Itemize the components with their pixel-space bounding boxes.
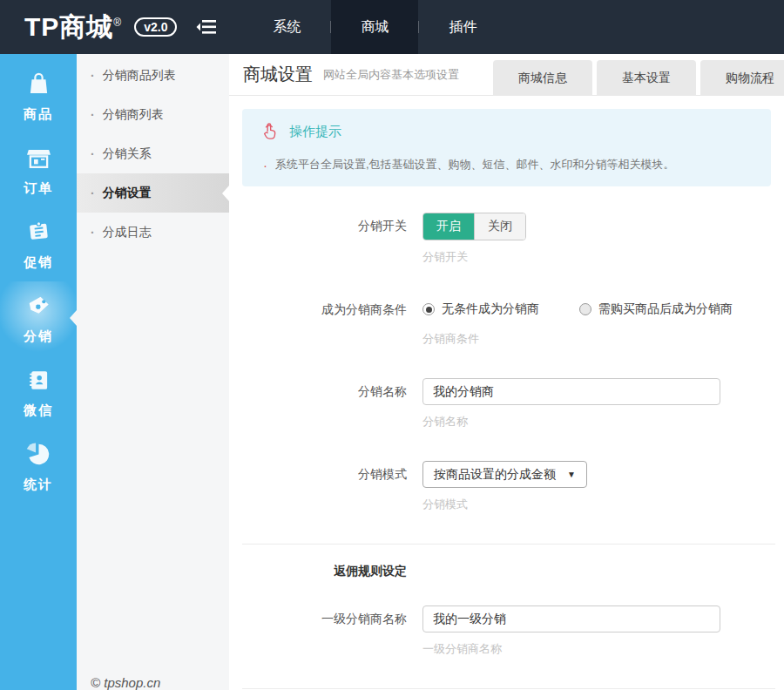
submenu-item-distributor-list[interactable]: · 分销商列表 <box>77 95 229 134</box>
submenu-item-distribution-goods-list[interactable]: · 分销商品列表 <box>77 56 229 95</box>
sidebar-item-promotion[interactable]: 促销 <box>0 207 77 281</box>
submenu-item-commission-log[interactable]: · 分成日志 <box>77 213 229 252</box>
nav-item-plugins[interactable]: 插件 <box>419 0 506 54</box>
operation-tips-box: 操作提示 · 系统平台全局设置,包括基础设置、购物、短信、邮件、水印和分销等相关… <box>242 109 771 186</box>
bullet: · <box>91 147 95 161</box>
tab-basic-settings[interactable]: 基本设置 <box>597 60 696 96</box>
sidebar-item-distribution[interactable]: 分销 <box>0 281 77 355</box>
bullet: · <box>91 108 95 122</box>
wechat-book-icon <box>24 366 53 402</box>
page-title: 商城设置 <box>243 63 313 86</box>
form-row-distribution-mode: 分销模式 按商品设置的分成金额 ▼ 分销模式 <box>229 461 784 512</box>
radio-option-after-purchase[interactable]: 需购买商品后成为分销商 <box>579 301 733 317</box>
sidebar-item-orders[interactable]: 订单 <box>0 133 77 207</box>
submenu-sidebar: · 分销商品列表 · 分销商列表 · 分销关系 · 分销设置 · 分成日志 © … <box>77 54 229 690</box>
form-row-distributor-condition: 成为分销商条件 无条件成为分销商 需购买商品后成为分销商 分销商条件 <box>229 296 784 347</box>
tab-shopping-flow[interactable]: 购物流程 <box>700 60 784 96</box>
promotion-board-icon <box>24 218 53 254</box>
distributor-condition-radio-group: 无条件成为分销商 需购买商品后成为分销商 <box>422 296 733 322</box>
field-helper: 一级分销商名称 <box>422 641 720 657</box>
content-header: 商城设置 网站全局内容基本选项设置 商城信息 基本设置 购物流程 <box>229 54 784 96</box>
page-subtitle: 网站全局内容基本选项设置 <box>323 67 459 83</box>
registered-mark: ® <box>113 17 122 29</box>
distribution-settings-form: 分销开关 开启 关闭 分销开关 成为分销商条件 无条件成为分销商 <box>229 186 784 690</box>
orders-store-icon <box>24 144 53 180</box>
main-sidebar: 商品 订单 促销 分销 微信 <box>0 54 77 690</box>
field-helper: 分销商条件 <box>422 331 733 347</box>
version-badge: v2.0 <box>134 17 177 37</box>
form-row-level1-distributor-name: 一级分销商名称 一级分销商名称 <box>229 605 784 657</box>
toggle-off-option[interactable]: 关闭 <box>474 213 525 240</box>
topbar: TP商城® v2.0 系统 商城 插件 <box>0 0 784 54</box>
bullet: · <box>91 69 95 83</box>
bullet: · <box>91 186 95 200</box>
distribution-switch-toggle[interactable]: 开启 关闭 <box>422 213 526 240</box>
content-area: 商城设置 网站全局内容基本选项设置 商城信息 基本设置 购物流程 操作提示 <box>229 54 784 690</box>
bullet: · <box>91 226 95 240</box>
field-helper: 分销名称 <box>422 414 720 430</box>
submenu-item-distribution-settings[interactable]: · 分销设置 <box>77 173 229 213</box>
distribution-name-input[interactable] <box>422 378 720 405</box>
nav-item-mall[interactable]: 商城 <box>331 0 418 54</box>
radio-unselected-icon[interactable] <box>579 303 591 315</box>
tips-text: 系统平台全局设置,包括基础设置、购物、短信、邮件、水印和分销等相关模块。 <box>275 157 675 172</box>
select-value: 按商品设置的分成金额 <box>434 467 556 483</box>
field-helper: 分销模式 <box>422 497 587 512</box>
distribution-mode-select[interactable]: 按商品设置的分成金额 ▼ <box>422 461 587 488</box>
goods-bag-icon <box>24 70 53 106</box>
hand-pointer-icon <box>260 121 279 143</box>
sidebar-item-wechat[interactable]: 微信 <box>0 355 77 430</box>
tab-mall-info[interactable]: 商城信息 <box>493 60 592 96</box>
radio-selected-icon[interactable] <box>422 303 435 315</box>
settings-tabs: 商城信息 基本设置 购物流程 <box>493 60 784 96</box>
field-label: 成为分销商条件 <box>229 296 422 347</box>
submenu-item-distribution-relations[interactable]: · 分销关系 <box>77 134 229 173</box>
tips-bullet: · <box>263 159 267 172</box>
form-row-distribution-switch: 分销开关 开启 关闭 分销开关 <box>229 213 784 265</box>
app-logo: TP商城® <box>24 10 122 45</box>
field-label: 分销名称 <box>229 378 422 430</box>
radio-option-unconditional[interactable]: 无条件成为分销商 <box>422 301 539 317</box>
form-row-distribution-name: 分销名称 分销名称 <box>229 378 784 430</box>
tips-title: 操作提示 <box>289 124 341 140</box>
section-divider <box>242 544 775 545</box>
sidebar-item-stats[interactable]: 统计 <box>0 430 77 504</box>
level1-distributor-name-input[interactable] <box>422 605 720 632</box>
field-label: 分销开关 <box>229 213 422 265</box>
toggle-on-option[interactable]: 开启 <box>423 213 474 240</box>
chevron-down-icon: ▼ <box>567 470 576 479</box>
field-label: 一级分销商名称 <box>229 605 422 657</box>
rebate-rules-section-title: 返佣规则设定 <box>229 564 422 579</box>
copyright-footer: © tpshop.cn <box>91 675 160 690</box>
menu-collapse-icon[interactable] <box>196 19 217 35</box>
distribution-tag-icon <box>24 292 53 328</box>
top-nav: 系统 商城 插件 <box>243 0 506 54</box>
field-helper: 分销开关 <box>422 249 526 265</box>
field-label: 分销模式 <box>229 461 422 512</box>
nav-item-system[interactable]: 系统 <box>243 0 330 54</box>
sidebar-item-goods[interactable]: 商品 <box>0 59 77 133</box>
section-divider <box>242 688 775 689</box>
stats-pie-icon <box>24 440 53 477</box>
